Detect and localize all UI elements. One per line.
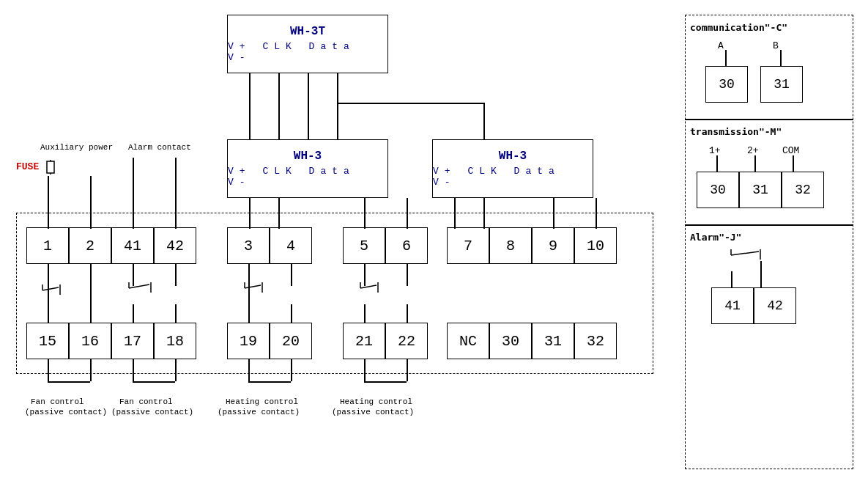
wh3-left-pins: V+ CLK Data V- bbox=[228, 166, 387, 188]
fuse-label: FUSE bbox=[16, 161, 39, 172]
terminal-8: 8 bbox=[489, 227, 532, 264]
wire-v-b15 bbox=[48, 359, 49, 381]
terminal-17: 17 bbox=[111, 323, 154, 359]
terminal-21: 21 bbox=[343, 323, 385, 359]
wire-v-alarm-r1 bbox=[731, 271, 732, 287]
switch-alarm bbox=[123, 282, 160, 306]
wire-v-alarm1 bbox=[133, 158, 134, 229]
heating-contact-2-label: (passive contact) bbox=[332, 408, 414, 416]
wire-v-wh3l-vminus bbox=[407, 198, 408, 229]
wh3-right-pins: V+ CLK Data V- bbox=[433, 166, 593, 188]
divider-comm bbox=[685, 119, 853, 120]
wire-v-wh3t-vminus bbox=[337, 73, 338, 139]
wh3-right-box: WH-3 V+ CLK Data V- bbox=[432, 139, 593, 198]
wire-v-wh3t-vplus bbox=[249, 73, 251, 139]
terminal-alarm-41: 41 bbox=[711, 287, 754, 324]
trans-pin-2: 2+ bbox=[747, 145, 759, 156]
terminal-4: 4 bbox=[270, 227, 312, 264]
terminal-nc: NC bbox=[447, 323, 489, 359]
wire-v-top-right bbox=[483, 103, 485, 139]
terminal-trans-31: 31 bbox=[739, 172, 782, 208]
switch-fan-left bbox=[37, 284, 66, 307]
wire-v-t2 bbox=[90, 264, 92, 323]
terminal-30-bot: 30 bbox=[489, 323, 532, 359]
terminal-10: 10 bbox=[574, 227, 617, 264]
terminal-trans-32: 32 bbox=[782, 172, 824, 208]
wh3t-pins: V+ CLK Data V- bbox=[228, 41, 387, 63]
terminal-6: 6 bbox=[385, 227, 428, 264]
switch-heating-left bbox=[239, 282, 268, 305]
wh3t-box: WH-3T V+ CLK Data V- bbox=[227, 15, 388, 73]
wire-v-t17 bbox=[133, 304, 134, 323]
wire-h-heat-right bbox=[364, 381, 407, 383]
wire-v-alarm2 bbox=[175, 158, 177, 229]
comm-pin-a: A bbox=[718, 40, 724, 51]
trans-title: transmission"-M" bbox=[690, 126, 782, 137]
terminal-20: 20 bbox=[270, 323, 312, 359]
heating-control-1-label: Heating control bbox=[226, 397, 298, 406]
wire-v-t6 bbox=[407, 264, 408, 286]
terminal-trans-30: 30 bbox=[697, 172, 739, 208]
wire-v-b18 bbox=[175, 359, 177, 381]
terminal-7: 7 bbox=[447, 227, 489, 264]
wire-v-wh3t-clk bbox=[278, 73, 280, 139]
wire-v-t22 bbox=[407, 304, 408, 323]
svg-line-5 bbox=[129, 284, 149, 288]
wire-v-t21 bbox=[364, 304, 366, 323]
wh3-left-label: WH-3 bbox=[294, 150, 322, 163]
terminal-9: 9 bbox=[532, 227, 574, 264]
terminal-comm-31: 31 bbox=[760, 66, 803, 103]
wire-v-fuse bbox=[48, 176, 49, 229]
trans-pin-1: 1+ bbox=[709, 145, 721, 156]
terminal-18: 18 bbox=[154, 323, 196, 359]
svg-line-8 bbox=[245, 285, 261, 288]
wire-v-wh3r-vplus bbox=[454, 198, 456, 229]
wire-v-b20 bbox=[291, 359, 292, 381]
wiring-diagram: WH-3T V+ CLK Data V- WH-3 V+ CLK Data V-… bbox=[0, 0, 868, 481]
wire-v-b19 bbox=[248, 359, 250, 381]
terminal-19: 19 bbox=[227, 323, 270, 359]
trans-pin-com: COM bbox=[782, 145, 799, 156]
alarm-title: Alarm"-J" bbox=[690, 232, 741, 243]
wire-v-b21 bbox=[364, 359, 366, 381]
wire-v-b16 bbox=[90, 359, 92, 381]
terminal-31-bot: 31 bbox=[532, 323, 574, 359]
wire-v-b22 bbox=[407, 359, 408, 381]
wire-v-t18 bbox=[175, 304, 177, 323]
wh3t-label: WH-3T bbox=[290, 25, 325, 38]
wire-v-wh3l-vplus bbox=[249, 198, 251, 229]
alarm-contact-label: Alarm contact bbox=[128, 143, 191, 152]
auxiliary-power-label: Auxiliary power bbox=[40, 143, 113, 152]
divider-trans bbox=[685, 224, 853, 226]
switch-heating-right bbox=[355, 282, 384, 305]
wire-h-fan-right bbox=[133, 381, 175, 383]
wh3-left-box: WH-3 V+ CLK Data V- bbox=[227, 139, 388, 198]
terminal-22: 22 bbox=[385, 323, 428, 359]
wire-v-t4 bbox=[291, 264, 292, 286]
svg-line-2 bbox=[42, 287, 59, 290]
wire-h-heat-left bbox=[248, 381, 291, 383]
wire-v-trans-1 bbox=[716, 155, 718, 172]
wire-v-wh3r-data bbox=[553, 198, 554, 229]
terminal-alarm-42: 42 bbox=[754, 287, 796, 324]
terminal-5: 5 bbox=[343, 227, 385, 264]
terminal-32-bot: 32 bbox=[574, 323, 617, 359]
comm-pin-b: B bbox=[773, 40, 779, 51]
heating-control-2-label: Heating control bbox=[340, 397, 412, 406]
wire-v-trans-2 bbox=[754, 155, 756, 172]
terminal-42: 42 bbox=[154, 227, 196, 264]
wire-v-wh3t-data bbox=[308, 73, 309, 139]
comm-title: communication"-C" bbox=[690, 22, 787, 33]
wire-v-trans-com bbox=[793, 155, 794, 172]
terminal-3: 3 bbox=[227, 227, 270, 264]
fan-contact-2-label: (passive contact) bbox=[111, 408, 193, 416]
terminal-2: 2 bbox=[69, 227, 111, 264]
svg-line-11 bbox=[360, 285, 376, 288]
wire-v-wh3r-vminus bbox=[596, 198, 597, 229]
fan-control-2-label: Fan control bbox=[119, 397, 173, 406]
terminal-15: 15 bbox=[26, 323, 69, 359]
terminal-41: 41 bbox=[111, 227, 154, 264]
wire-v-b17 bbox=[133, 359, 134, 381]
terminal-comm-30: 30 bbox=[705, 66, 748, 103]
wire-h-fan-left bbox=[48, 381, 90, 383]
